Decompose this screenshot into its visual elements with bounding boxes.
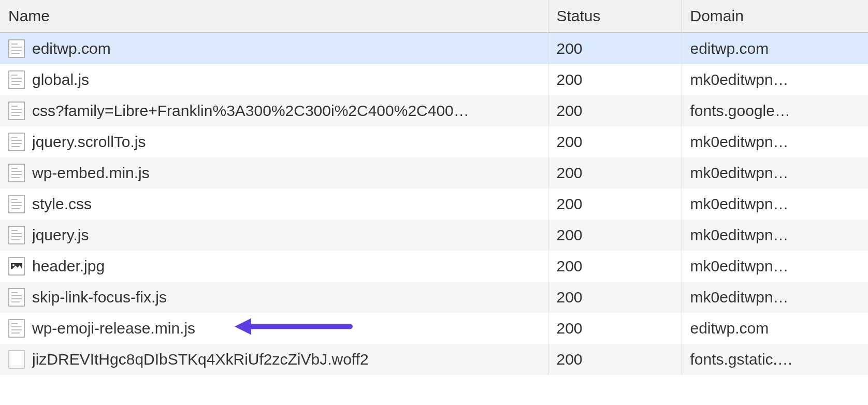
cell-domain: editwp.com — [682, 313, 868, 344]
network-table: Name Status Domain editwp.com200editwp.c… — [0, 0, 868, 375]
file-name: jquery.scrollTo.js — [32, 133, 146, 151]
cell-status: 200 — [548, 344, 682, 375]
document-icon — [8, 195, 25, 213]
table-row[interactable]: style.css200mk0editwpn… — [0, 189, 868, 220]
table-row[interactable]: header.jpg200mk0editwpn… — [0, 251, 868, 282]
svg-rect-30 — [9, 226, 24, 244]
cell-name[interactable]: global.js — [0, 64, 548, 95]
blank-icon — [8, 350, 25, 369]
cell-domain: mk0editwpn… — [682, 220, 868, 251]
cell-status: 200 — [548, 126, 682, 157]
svg-marker-50 — [235, 319, 251, 335]
file-name: style.css — [32, 195, 92, 213]
table-row[interactable]: editwp.com200editwp.com — [0, 33, 868, 64]
cell-domain: mk0editwpn… — [682, 126, 868, 157]
cell-name[interactable]: wp-embed.min.js — [0, 157, 548, 189]
cell-domain: mk0editwpn… — [682, 157, 868, 189]
cell-status: 200 — [548, 220, 682, 251]
table-row[interactable]: global.js200mk0editwpn… — [0, 64, 868, 95]
file-name: wp-emoji-release.min.js — [32, 320, 195, 337]
file-name: global.js — [32, 71, 89, 89]
table-row[interactable]: jquery.js200mk0editwpn… — [0, 220, 868, 251]
cell-status: 200 — [548, 64, 682, 95]
svg-point-37 — [12, 264, 15, 266]
cell-domain: editwp.com — [682, 33, 868, 64]
document-icon — [8, 70, 25, 89]
cell-status: 200 — [548, 189, 682, 220]
cell-domain: mk0editwpn… — [682, 251, 868, 282]
file-name: wp-embed.min.js — [32, 164, 150, 182]
table-row[interactable]: jquery.scrollTo.js200mk0editwpn… — [0, 126, 868, 157]
arrow-left-icon — [234, 316, 353, 341]
cell-name[interactable]: skip-link-focus-fix.js — [0, 282, 548, 313]
cell-domain: fonts.gstatic.… — [682, 344, 868, 375]
svg-rect-15 — [9, 133, 24, 151]
table-row[interactable]: wp-embed.min.js200mk0editwpn… — [0, 157, 868, 189]
document-icon — [8, 288, 25, 307]
cell-name[interactable]: wp-emoji-release.min.js — [0, 313, 548, 344]
table-header-row: Name Status Domain — [0, 0, 868, 33]
document-icon — [8, 226, 25, 244]
image-icon — [8, 257, 25, 276]
cell-domain: mk0editwpn… — [682, 282, 868, 313]
file-name: editwp.com — [32, 40, 111, 57]
document-icon — [8, 164, 25, 182]
cell-domain: mk0editwpn… — [682, 189, 868, 220]
svg-rect-39 — [9, 288, 24, 306]
cell-name[interactable]: editwp.com — [0, 33, 548, 64]
column-header-name[interactable]: Name — [0, 0, 548, 33]
cell-status: 200 — [548, 157, 682, 189]
cell-name[interactable]: jizDREVItHgc8qDIbSTKq4XkRiUf2zcZiVbJ.wof… — [0, 344, 548, 375]
svg-rect-10 — [9, 102, 24, 120]
table-row[interactable]: jizDREVItHgc8qDIbSTKq4XkRiUf2zcZiVbJ.wof… — [0, 344, 868, 375]
document-icon — [8, 102, 25, 120]
svg-rect-5 — [9, 71, 24, 89]
cell-name[interactable]: jquery.js — [0, 220, 548, 251]
file-name: header.jpg — [32, 257, 105, 275]
cell-domain: fonts.google… — [682, 95, 868, 126]
document-icon — [8, 39, 25, 58]
document-icon — [8, 319, 25, 338]
table-row[interactable]: skip-link-focus-fix.js200mk0editwpn… — [0, 282, 868, 313]
cell-name[interactable]: style.css — [0, 189, 548, 220]
file-name: jizDREVItHgc8qDIbSTKq4XkRiUf2zcZiVbJ.wof… — [32, 351, 369, 368]
file-name: jquery.js — [32, 226, 89, 244]
svg-rect-25 — [9, 195, 24, 213]
column-header-status[interactable]: Status — [548, 0, 682, 33]
table-row[interactable]: css?family=Libre+Franklin%3A300%2C300i%2… — [0, 95, 868, 126]
svg-rect-20 — [9, 164, 24, 182]
document-icon — [8, 133, 25, 151]
svg-rect-0 — [9, 40, 24, 57]
cell-status: 200 — [548, 33, 682, 64]
svg-rect-51 — [9, 351, 24, 368]
file-name: css?family=Libre+Franklin%3A300%2C300i%2… — [32, 102, 469, 120]
cell-name[interactable]: jquery.scrollTo.js — [0, 126, 548, 157]
cell-status: 200 — [548, 251, 682, 282]
table-row[interactable]: wp-emoji-release.min.js 200editwp.com — [0, 313, 868, 344]
file-name: skip-link-focus-fix.js — [32, 288, 167, 306]
cell-name[interactable]: css?family=Libre+Franklin%3A300%2C300i%2… — [0, 95, 548, 126]
cell-status: 200 — [548, 313, 682, 344]
svg-rect-44 — [9, 320, 24, 337]
cell-domain: mk0editwpn… — [682, 64, 868, 95]
cell-name[interactable]: header.jpg — [0, 251, 548, 282]
column-header-domain[interactable]: Domain — [682, 0, 868, 33]
cell-status: 200 — [548, 282, 682, 313]
cell-status: 200 — [548, 95, 682, 126]
